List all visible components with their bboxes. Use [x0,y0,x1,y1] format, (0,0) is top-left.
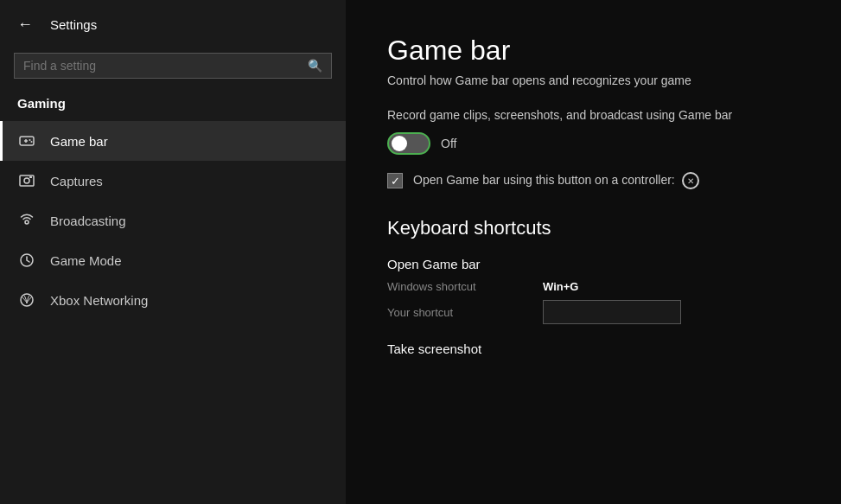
open-game-bar-label: Open Game bar [387,257,800,271]
your-shortcut-label: Your shortcut [387,306,543,319]
sidebar-item-game-mode[interactable]: Game Mode [0,240,346,280]
open-game-bar-shortcut-group: Open Game bar Windows shortcut Win+G You… [387,257,800,324]
xbox-button-icon: ✕ [682,172,699,189]
sidebar-item-game-bar[interactable]: Game bar [0,121,346,161]
windows-shortcut-label: Windows shortcut [387,280,543,293]
broadcasting-icon [17,211,36,230]
checkbox-row: Open Game bar using this button on a con… [387,172,800,189]
sidebar-title: Settings [50,17,97,32]
sidebar-item-broadcasting-label: Broadcasting [50,214,126,228]
game-mode-icon [17,251,36,270]
take-screenshot-label: Take screenshot [387,341,800,356]
svg-rect-7 [29,176,32,178]
svg-point-4 [31,141,33,143]
svg-point-8 [25,220,29,224]
page-title: Game bar [387,35,800,67]
controller-checkbox[interactable] [387,173,403,188]
record-setting-label: Record game clips, screenshots, and broa… [387,108,800,122]
search-box[interactable]: 🔍 [14,53,332,79]
toggle-knob [392,136,407,151]
checkbox-label: Open Game bar using this button on a con… [413,172,699,189]
your-shortcut-row: Your shortcut [387,300,800,324]
search-input[interactable] [23,59,308,73]
search-icon: 🔍 [308,59,322,73]
back-button[interactable]: ← [14,12,36,37]
toggle-row: Off [387,132,800,155]
sidebar-item-broadcasting[interactable]: Broadcasting [0,201,346,240]
sidebar-header: ← Settings [0,0,346,49]
windows-shortcut-row: Windows shortcut Win+G [387,280,800,293]
sidebar-item-xbox-networking-label: Xbox Networking [50,293,148,308]
keyboard-section-title: Keyboard shortcuts [387,217,800,239]
gaming-section-label: Gaming [0,89,346,121]
sidebar-item-game-mode-label: Game Mode [50,253,122,268]
captures-icon [17,171,36,190]
page-subtitle: Control how Game bar opens and recognize… [387,73,800,87]
svg-point-3 [29,139,31,141]
svg-point-6 [24,178,29,183]
sidebar: ← Settings 🔍 Gaming Game bar Captu [0,0,346,504]
sidebar-item-game-bar-label: Game bar [50,134,108,149]
game-bar-icon [17,131,36,150]
windows-shortcut-value: Win+G [543,280,578,293]
sidebar-item-captures-label: Captures [50,174,103,188]
toggle-state-text: Off [441,137,456,150]
sidebar-item-xbox-networking[interactable]: Xbox Networking [0,280,346,320]
main-content: Game bar Control how Game bar opens and … [346,0,841,504]
xbox-icon [17,290,36,309]
game-bar-toggle[interactable] [387,132,430,155]
sidebar-item-captures[interactable]: Captures [0,161,346,201]
svg-point-10 [21,294,33,306]
your-shortcut-input[interactable] [543,300,681,324]
